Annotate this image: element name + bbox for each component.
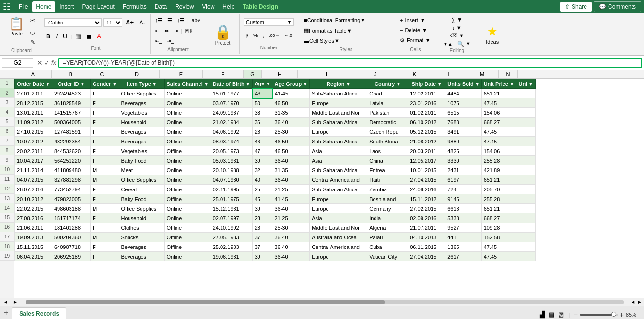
table-cell[interactable]: 20.05.1973 (211, 146, 252, 156)
row-num-19[interactable]: 19 (0, 251, 14, 261)
table-cell[interactable]: F (91, 127, 119, 137)
table-cell[interactable]: 13.01.2011 (15, 108, 52, 118)
table-cell[interactable]: 27.05.1983 (211, 233, 252, 242)
table-cell[interactable]: Offline (164, 185, 211, 194)
format-button[interactable]: ⚙ Format ▼ (398, 36, 433, 45)
sum-button[interactable]: ∑ ▼ (441, 15, 473, 24)
table-cell[interactable]: 482292354 (52, 137, 91, 146)
header-item-type[interactable]: Item Type ▼ (119, 79, 164, 89)
format-painter-button[interactable]: ✎ (28, 38, 37, 47)
table-cell[interactable]: M (91, 233, 119, 242)
table-cell[interactable]: 21.08.2012 (408, 137, 445, 146)
menu-home[interactable]: Home (32, 1, 55, 12)
table-cell[interactable] (516, 185, 535, 194)
table-cell[interactable] (516, 98, 535, 108)
table-cell[interactable]: 27.01.2011 (15, 89, 52, 98)
table-cell[interactable]: 7683 (445, 118, 481, 127)
table-cell[interactable]: Asia (310, 213, 367, 223)
table-cell[interactable]: 45 (252, 194, 272, 204)
table-cell[interactable]: Europe (310, 204, 367, 213)
table-cell[interactable]: 46 (252, 137, 272, 146)
table-cell[interactable]: Sub-Saharan Africa (310, 137, 367, 146)
insert-button[interactable]: + Insert ▼ (398, 16, 433, 24)
table-cell[interactable]: 25 (252, 185, 272, 194)
table-cell[interactable]: 206925189 (52, 252, 91, 261)
header-sales-channel[interactable]: Sales Channel ▼ (164, 79, 211, 89)
table-cell[interactable]: 21-25 (272, 185, 310, 194)
delete-button[interactable]: − Delete ▼ (398, 26, 433, 34)
table-cell[interactable] (516, 213, 535, 223)
align-left-button[interactable]: ⇤ (153, 27, 162, 35)
col-header-e[interactable]: E (160, 70, 203, 78)
scroll-left-button[interactable]: ◄ (2, 299, 10, 305)
underline-button[interactable]: U (61, 32, 69, 41)
table-cell[interactable]: Beverages (119, 137, 164, 146)
row-num-3[interactable]: 3 (0, 98, 14, 107)
table-cell[interactable]: Central America and (310, 242, 367, 252)
table-cell[interactable]: 20.10.1988 (211, 165, 252, 175)
table-cell[interactable]: 04.07.1980 (211, 175, 252, 185)
table-cell[interactable]: 421.89 (481, 165, 516, 175)
table-cell[interactable]: Household (119, 213, 164, 223)
table-cell[interactable]: F (91, 118, 119, 127)
menu-table-design[interactable]: Table Design (239, 1, 282, 12)
table-cell[interactable]: 10.04.2017 (15, 156, 52, 165)
table-cell[interactable]: Offline (164, 194, 211, 204)
share-button[interactable]: ⇧ Share (560, 2, 592, 12)
table-cell[interactable]: 05.12.2015 (408, 127, 445, 137)
col-header-b[interactable]: B (52, 70, 90, 78)
table-cell[interactable]: Algeria (367, 223, 408, 233)
col-header-h[interactable]: H (262, 70, 298, 78)
header-age-group[interactable]: Age Group ▼ (272, 79, 310, 89)
align-top-button[interactable]: ↑☰ (153, 16, 165, 24)
table-cell[interactable]: 36-40 (272, 204, 310, 213)
comments-button[interactable]: 💬 Comments (594, 1, 641, 12)
col-header-j[interactable]: J (355, 70, 396, 78)
col-header-f[interactable]: F (203, 70, 244, 78)
table-cell[interactable]: Beverages (119, 127, 164, 137)
table-cell[interactable]: 411809480 (52, 165, 91, 175)
col-header-a[interactable]: A (14, 70, 52, 78)
table-cell[interactable]: 152.58 (481, 233, 516, 242)
header-ship-date[interactable]: Ship Date ▼ (408, 79, 445, 89)
table-cell[interactable]: Vegetables (119, 108, 164, 118)
table-cell[interactable]: Office Supplies (119, 89, 164, 98)
table-cell[interactable]: 23.01.2016 (408, 98, 445, 108)
table-cell[interactable]: M (91, 204, 119, 213)
table-cell[interactable]: 4825 (445, 146, 481, 156)
table-cell[interactable]: 15.12.1981 (211, 204, 252, 213)
table-cell[interactable]: 06.10.2012 (408, 118, 445, 127)
table-cell[interactable]: 154.06 (481, 108, 516, 118)
table-cell[interactable]: 01.02.2011 (408, 108, 445, 118)
table-cell[interactable]: 25.01.1975 (211, 194, 252, 204)
table-cell[interactable]: 2617 (445, 252, 481, 261)
col-header-g[interactable]: G (244, 70, 262, 78)
table-cell[interactable] (516, 137, 535, 146)
protect-button[interactable]: 🔒 Protect (211, 23, 234, 47)
table-cell[interactable]: Middle East and Nor (310, 223, 367, 233)
table-cell[interactable]: Europe (310, 194, 367, 204)
row-num-12[interactable]: 12 (0, 184, 14, 194)
table-cell[interactable]: 21.06.2011 (15, 223, 52, 233)
table-cell[interactable]: 31-35 (272, 108, 310, 118)
table-cell[interactable]: 498603188 (52, 204, 91, 213)
col-header-l[interactable]: L (433, 70, 466, 78)
table-cell[interactable]: 255.28 (481, 156, 516, 165)
table-cell[interactable]: 43 (252, 89, 272, 98)
table-cell[interactable]: 39 (252, 204, 272, 213)
table-cell[interactable]: Sub-Saharan Africa (310, 89, 367, 98)
table-cell[interactable]: 9527 (445, 223, 481, 233)
align-bottom-button[interactable]: ↓☰ (175, 16, 187, 24)
row-num-9[interactable]: 9 (0, 155, 14, 165)
align-right-button[interactable]: ⇥ (172, 27, 180, 35)
table-cell[interactable]: 02.11.1995 (211, 185, 252, 194)
table-cell[interactable]: 564251220 (52, 156, 91, 165)
bold-button[interactable]: B (44, 32, 52, 41)
menu-data[interactable]: Data (151, 1, 171, 12)
table-cell[interactable]: 151717174 (52, 213, 91, 223)
table-cell[interactable]: 36-40 (272, 118, 310, 127)
increase-indent-button[interactable]: ⇥⎯ (165, 37, 176, 45)
zoom-out-button[interactable]: − (574, 311, 578, 319)
table-cell[interactable]: 28.12.2015 (15, 98, 52, 108)
table-cell[interactable]: 640987718 (52, 242, 91, 252)
